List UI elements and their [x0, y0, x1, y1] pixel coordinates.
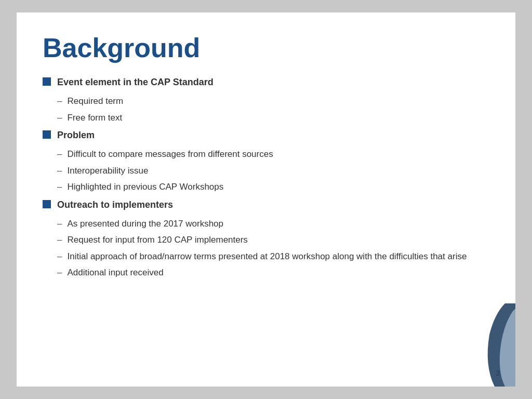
slide-title: Background — [43, 33, 484, 63]
bullet-l2-text-2-1: Request for input from 120 CAP implement… — [67, 233, 247, 247]
dash-icon-1-0: – — [57, 148, 62, 161]
bullet-l2-item-2-1: – Request for input from 120 CAP impleme… — [57, 233, 484, 247]
dash-icon-0-0: – — [57, 95, 62, 108]
bullet-l2-text-2-3: Additional input received — [67, 266, 163, 280]
bullet-l1-text-2: Outreach to implementers — [57, 198, 173, 212]
bullet-l2-text-2-2: Initial approach of broad/narrow terms p… — [67, 250, 467, 263]
bullet-l2-item-2-2: – Initial approach of broad/narrow terms… — [57, 250, 484, 263]
bullet-l2-item-1-2: – Highlighted in previous CAP Workshops — [57, 180, 484, 194]
sub-bullets-0: – Required term – Free form text — [57, 95, 484, 124]
dash-icon-0-1: – — [57, 111, 62, 125]
bullet-marker-1 — [43, 130, 51, 139]
slide-content: Event element in the CAP Standard – Requ… — [43, 75, 484, 280]
dash-icon-2-1: – — [57, 233, 62, 247]
dash-icon-1-1: – — [57, 164, 62, 178]
bullet-l1-item-0: Event element in the CAP Standard — [43, 75, 484, 89]
bullet-l1-text-1: Problem — [57, 128, 95, 142]
bullet-l2-item-0-1: – Free form text — [57, 111, 484, 125]
bullet-l2-item-1-0: – Difficult to compare messages from dif… — [57, 148, 484, 161]
dash-icon-2-3: – — [57, 266, 62, 280]
dash-icon-1-2: – — [57, 180, 62, 194]
bullet-l2-text-0-1: Free form text — [67, 111, 122, 125]
bullet-l1-text-0: Event element in the CAP Standard — [57, 75, 214, 89]
bullet-l2-text-1-1: Interoperability issue — [67, 164, 148, 178]
bullet-l2-item-2-0: – As presented during the 2017 workshop — [57, 217, 484, 231]
dash-icon-2-0: – — [57, 217, 62, 231]
bullet-l2-text-2-0: As presented during the 2017 workshop — [67, 217, 223, 231]
bullet-marker-2 — [43, 200, 51, 208]
bullet-l2-item-1-1: – Interoperability issue — [57, 164, 484, 178]
dash-icon-2-2: – — [57, 250, 62, 263]
slide: Background Event element in the CAP Stan… — [17, 12, 515, 387]
bullet-l2-item-0-0: – Required term — [57, 95, 484, 108]
bullet-l2-text-1-2: Highlighted in previous CAP Workshops — [67, 180, 223, 194]
bullet-l2-text-1-0: Difficult to compare messages from diffe… — [67, 148, 273, 161]
bullet-l2-item-2-3: – Additional input received — [57, 266, 484, 280]
bullet-l1-item-2: Outreach to implementers — [43, 198, 484, 212]
bullet-l2-text-0-0: Required term — [67, 95, 123, 108]
decorative-swoosh — [469, 303, 515, 387]
sub-bullets-2: – As presented during the 2017 workshop … — [57, 217, 484, 280]
bullet-l1-item-1: Problem — [43, 128, 484, 142]
bullet-marker-0 — [43, 77, 51, 86]
sub-bullets-1: – Difficult to compare messages from dif… — [57, 148, 484, 194]
